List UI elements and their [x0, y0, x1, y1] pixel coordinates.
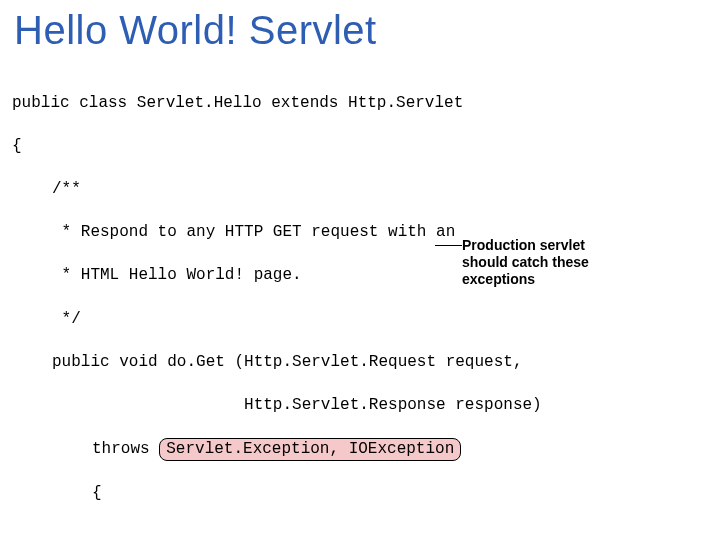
code-line: */	[12, 309, 720, 331]
throws-keyword: throws	[92, 440, 159, 458]
code-line: {	[12, 483, 720, 505]
annotation-connector-line	[435, 245, 462, 246]
annotation-callout: Production servlet should catch these ex…	[462, 237, 627, 287]
code-line: public class Servlet.Hello extends Http.…	[12, 93, 720, 115]
code-block: public class Servlet.Hello extends Http.…	[0, 53, 720, 540]
code-line: {	[12, 136, 720, 158]
code-line: public void do.Get (Http.Servlet.Request…	[12, 352, 720, 374]
slide-title: Hello World! Servlet	[0, 0, 720, 53]
code-line: Http.Servlet.Response response)	[12, 395, 720, 417]
highlighted-exceptions: Servlet.Exception, IOException	[159, 438, 461, 461]
throws-line: throws Servlet.Exception, IOException	[12, 438, 720, 461]
code-line: /**	[12, 179, 720, 201]
